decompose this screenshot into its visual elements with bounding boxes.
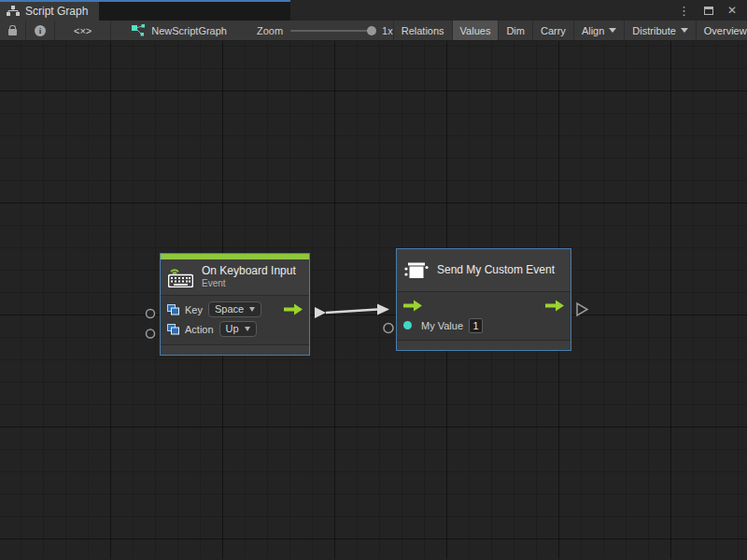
enum-type-icon	[167, 324, 179, 335]
chevron-down-icon	[245, 327, 250, 331]
graph-reference[interactable]: NewScriptGraph	[132, 21, 227, 40]
flow-output-port-connected[interactable]	[315, 307, 326, 318]
chevron-down-icon	[681, 28, 688, 33]
kebab-menu-icon[interactable]: ⋮	[678, 5, 690, 17]
zoom-slider[interactable]	[290, 30, 374, 32]
port-label: Action	[185, 324, 214, 335]
flow-row	[397, 296, 571, 315]
port-row-action: Action Up	[161, 319, 309, 339]
port-label: My Value	[421, 320, 463, 331]
code-view-toggle[interactable]: <×>	[55, 21, 111, 40]
node-send-my-custom-event[interactable]: Send My Custom Event My Value	[396, 248, 571, 351]
chevron-down-icon	[249, 307, 255, 312]
window-controls: ⋮ ✕	[290, 0, 747, 21]
node-header-text: On Keyboard Input Event	[202, 265, 296, 289]
node-body: My Value 1	[397, 291, 571, 341]
graph-name: NewScriptGraph	[151, 25, 227, 36]
chevron-down-icon	[609, 28, 616, 33]
node-subtitle: Event	[202, 278, 296, 289]
flow-output-port-empty[interactable]	[577, 303, 587, 315]
toolbar-button-distribute[interactable]: Distribute	[624, 21, 695, 40]
view-options: Relations Values Dim Carry Align Distrib…	[393, 21, 747, 40]
port-row-key: Key Space	[161, 300, 309, 319]
my-value-input[interactable]: 1	[469, 318, 483, 333]
node-footer	[161, 345, 309, 355]
port-row-my-value: My Value 1	[397, 315, 571, 335]
tab-title: Script Graph	[25, 5, 88, 18]
maximize-icon[interactable]	[704, 7, 713, 15]
node-title: On Keyboard Input	[202, 265, 296, 277]
script-graph-window: Script Graph ⋮ ✕ i <×> NewScriptGraph	[0, 0, 747, 560]
node-body: Key Space Action	[161, 295, 309, 345]
zoom-label: Zoom	[257, 25, 283, 36]
node-title: Send My Custom Event	[437, 264, 555, 276]
node-on-keyboard-input[interactable]: On Keyboard Input Event Key Space	[160, 253, 310, 356]
wire-connection[interactable]	[326, 310, 377, 314]
lock-button[interactable]	[0, 21, 26, 40]
flow-output-arrow-icon[interactable]	[545, 300, 564, 312]
toolbar-button-dim[interactable]: Dim	[498, 21, 532, 40]
code-view-icon: <×>	[74, 25, 92, 36]
toolbar-button-carry[interactable]: Carry	[532, 21, 573, 40]
toolbar-button-values[interactable]: Values	[452, 21, 499, 40]
port-my-value-input[interactable]	[384, 324, 393, 333]
tab-strip: Script Graph	[0, 0, 290, 21]
wire-arrowhead	[377, 304, 389, 315]
port-label: Key	[185, 304, 203, 315]
toolbar-button-align[interactable]: Align	[573, 21, 624, 40]
action-dropdown[interactable]: Up	[219, 321, 257, 337]
zoom-control: Zoom 1x	[257, 21, 393, 40]
node-header: On Keyboard Input Event	[161, 259, 309, 295]
graph-hierarchy-icon	[7, 6, 20, 17]
node-footer	[397, 341, 571, 350]
port-action-input[interactable]	[147, 329, 155, 338]
tab-script-graph[interactable]: Script Graph	[0, 2, 99, 21]
key-dropdown[interactable]: Space	[208, 301, 261, 317]
graph-toolbar: i <×> NewScriptGraph Zoom 1x Relations	[0, 21, 747, 41]
flow-input-arrow-icon[interactable]	[403, 300, 422, 312]
keyboard-event-icon	[168, 267, 193, 287]
value-port-icon	[403, 321, 412, 329]
port-key-input[interactable]	[147, 310, 155, 318]
custom-event-icon	[404, 260, 429, 281]
lock-icon	[8, 29, 17, 35]
close-icon[interactable]: ✕	[727, 5, 737, 16]
node-header: Send My Custom Event	[397, 249, 571, 291]
info-button[interactable]: i	[26, 21, 55, 40]
flow-output-arrow-icon[interactable]	[284, 303, 303, 315]
zoom-slider-handle[interactable]	[367, 26, 376, 35]
tab-bar: Script Graph ⋮ ✕	[0, 0, 747, 21]
zoom-value: 1x	[382, 25, 393, 36]
info-icon: i	[35, 25, 46, 36]
graph-canvas[interactable]: On Keyboard Input Event Key Space	[0, 41, 747, 559]
connections-overlay	[0, 41, 747, 559]
toolbar-button-overview[interactable]: Overview	[696, 21, 747, 40]
enum-type-icon	[167, 304, 179, 315]
toolbar-button-relations[interactable]: Relations	[393, 21, 452, 40]
script-graph-asset-icon	[132, 24, 146, 36]
